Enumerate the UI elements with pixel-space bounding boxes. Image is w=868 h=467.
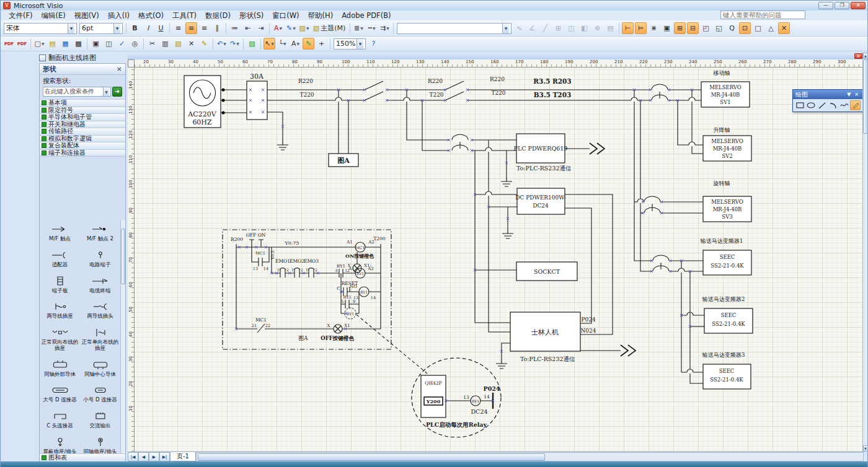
line-weight-button[interactable]: ≣▼ <box>353 22 365 34</box>
zoom-combo[interactable]: 150%▼ <box>334 38 366 50</box>
shapes-scrollbar[interactable] <box>120 220 125 453</box>
save-button[interactable]: ▦ <box>60 38 71 50</box>
menu-item-10[interactable]: Adobe PDF(B) <box>337 11 395 20</box>
inverter-1-shape[interactable]: 输送马达变频器1 SEEC SS2-21-0.4K <box>700 238 751 275</box>
pdf-email-button[interactable]: PDF <box>16 38 28 50</box>
close-button[interactable]: ✕ <box>851 2 866 9</box>
ladder-detail-shape[interactable]: R200 T200 OFF ON MC1 13 14 Y0.75 Y0.5 A1 <box>223 230 391 349</box>
drawing-close-icon[interactable]: ✕ <box>854 53 862 59</box>
size-position-window-button[interactable]: ⊟ <box>687 22 699 34</box>
menu-item-4[interactable]: 格式(O) <box>134 11 168 20</box>
relay-detail-shape[interactable]: QH42P Y200 13 RY1 14 P024 DC24 PLC启动每次用R… <box>412 358 501 437</box>
shape-master-6[interactable]: 两导线插座 <box>40 297 80 323</box>
shape-master-5[interactable]: 电缆终端 <box>80 272 120 298</box>
underline-button[interactable]: U <box>155 22 167 34</box>
plc-power-shape[interactable]: PLC PDWERQ619 To:PLC-RS232通信 <box>514 134 572 172</box>
inverter-3-shape[interactable]: 输送马达变频器3 SEEC SS2-21-0.4K <box>702 352 751 389</box>
sockct-shape[interactable]: SOCKCT <box>516 262 577 281</box>
horizontal-scroll-thumb[interactable] <box>198 453 545 461</box>
menu-item-7[interactable]: 形状(S) <box>235 11 268 20</box>
line-draw-tool[interactable] <box>817 100 828 110</box>
theme-button[interactable]: ▧主题(M) <box>311 22 347 34</box>
bold-button[interactable]: B <box>129 22 141 34</box>
menu-item-6[interactable]: 数据(D) <box>201 11 235 20</box>
ellipse-draw-tool[interactable] <box>806 100 817 110</box>
undo-button[interactable]: ↶▼ <box>216 38 228 50</box>
restore-button[interactable]: ❐ <box>835 2 849 9</box>
ac-source-shape[interactable]: AC220V 60HZ <box>184 76 221 128</box>
servo-sv1-shape[interactable]: 移动轴 MELSERVO MR-J4-40B SV1 <box>701 70 750 107</box>
shape-master-8[interactable]: 正常双向布线的插座 <box>40 323 80 356</box>
menu-item-1[interactable]: 编辑(E) <box>37 11 70 20</box>
align-center-button[interactable]: ≡ <box>185 22 197 34</box>
bullets-button[interactable]: ≔ <box>229 22 241 34</box>
shape-master-2[interactable]: 适配器 <box>40 246 80 272</box>
stamp-tool-button[interactable]: ⊞ <box>674 22 686 34</box>
paste-button[interactable]: ▧ <box>172 38 184 50</box>
text-block-vertical-button[interactable]: ∥ <box>211 22 223 34</box>
permission-button[interactable]: ▩ <box>73 38 84 50</box>
alignment-box-button[interactable]: ⊡ <box>739 22 751 34</box>
page-tab[interactable]: 页-1 <box>170 452 196 461</box>
new-drawing-button[interactable]: ▢▼ <box>33 38 45 50</box>
shape-search-input[interactable]: 在此键入搜索条件▼ <box>43 87 111 97</box>
hmi-shape[interactable]: 士林人机 P024 N024 To:PLC-RS232通信 <box>510 312 596 362</box>
scroll-up-icon[interactable]: ▲ <box>863 53 868 59</box>
shape-master-1[interactable]: M/F 触点 2 <box>80 220 120 246</box>
increase-indent-button[interactable]: ⇥ <box>255 22 267 34</box>
dc-power-shape[interactable]: DC PDWER100W- DC24 <box>515 188 566 214</box>
pan-window-button[interactable]: ◰ <box>700 22 712 34</box>
first-page-button[interactable]: |◀ <box>128 452 138 461</box>
drawing-toolbar-header[interactable]: 绘图 ▼ ✕ <box>793 90 862 99</box>
triangle-tool-button[interactable]: △ <box>765 22 777 34</box>
vertical-scrollbar[interactable]: ▲ ▼ <box>862 53 867 452</box>
horizontal-scrollbar[interactable] <box>196 452 864 461</box>
print-button[interactable]: ▣ <box>90 38 102 50</box>
menu-item-2[interactable]: 视图(V) <box>70 11 104 20</box>
line-color-button[interactable]: ✎▼ <box>285 22 297 34</box>
snap-toggle-button[interactable]: ⊢ <box>622 22 634 34</box>
copy-button[interactable]: ▥ <box>159 38 171 50</box>
pdf-convert-button[interactable]: PDF <box>3 38 15 50</box>
font-name-combo[interactable]: 宋体▼ <box>4 23 77 34</box>
menu-item-5[interactable]: 工具(T) <box>168 11 201 20</box>
toolbar-options-icon[interactable]: ▼ <box>846 92 852 97</box>
scroll-down-icon[interactable]: ▼ <box>863 445 868 452</box>
pointer-tool-button[interactable]: ↖▼ <box>264 38 275 50</box>
menu-item-8[interactable]: 窗口(W) <box>268 11 303 20</box>
shape-master-15[interactable]: 交流输出 <box>80 407 120 433</box>
prev-page-button[interactable]: ◀ <box>138 452 149 461</box>
shape-master-9[interactable]: 正常单向布线的插座 <box>80 323 120 356</box>
print-preview-button[interactable]: ◫ <box>103 38 115 50</box>
zoom-window-button[interactable]: Q <box>726 22 738 34</box>
line-ends-button[interactable]: ⇉▼ <box>379 22 391 34</box>
servo-sv3-shape[interactable]: 旋转轴 MELSERVO MR-J4-40B SV3 <box>703 180 751 222</box>
next-page-button[interactable]: ▶ <box>149 452 159 461</box>
vertical-scroll-thumb[interactable] <box>863 59 868 134</box>
freeform-draw-tool[interactable] <box>839 100 849 110</box>
open-button[interactable]: ▤ <box>46 38 58 50</box>
align-left-button[interactable]: ≡ <box>172 22 184 34</box>
shape-master-12[interactable]: 大号 D 连接器 <box>40 381 80 407</box>
menu-item-3[interactable]: 插入(I) <box>104 11 134 20</box>
figure-a-ref-shape[interactable]: 图A <box>329 154 358 167</box>
rectangle-tool-button[interactable]: □ <box>752 22 764 34</box>
stencil-bar-7[interactable]: 端子和连接器 <box>40 150 125 157</box>
delete-button[interactable]: ✕ <box>185 38 197 50</box>
shape-window-button[interactable]: ◱ <box>713 22 725 34</box>
circuit-diagram[interactable]: AC220V 60HZ 30A <box>128 53 864 452</box>
line-pattern-button[interactable]: ┅▼ <box>366 22 378 34</box>
shape-master-13[interactable]: 小号 D 连接器 <box>80 381 120 407</box>
align-right-button[interactable]: ≡ <box>198 22 210 34</box>
shape-master-10[interactable]: 同轴外部导体 <box>40 356 80 382</box>
shape-master-4[interactable]: 端子板 <box>40 272 80 298</box>
stencil-charts-tables[interactable]: 图和表 <box>40 453 125 461</box>
freeform-tool-button[interactable]: ✎ <box>303 38 314 50</box>
fill-color-button[interactable]: ▨▼ <box>298 22 310 34</box>
pan-zoom-button[interactable]: + <box>316 38 327 50</box>
menu-item-0[interactable]: 文件(F) <box>4 11 37 20</box>
glue-toggle-button[interactable]: ⊨ <box>635 22 647 34</box>
help-search-input[interactable] <box>720 11 805 19</box>
shape-master-17[interactable]: 同轴插座/插头 <box>80 433 120 453</box>
delete-tool-button[interactable]: ✕ <box>778 22 790 34</box>
